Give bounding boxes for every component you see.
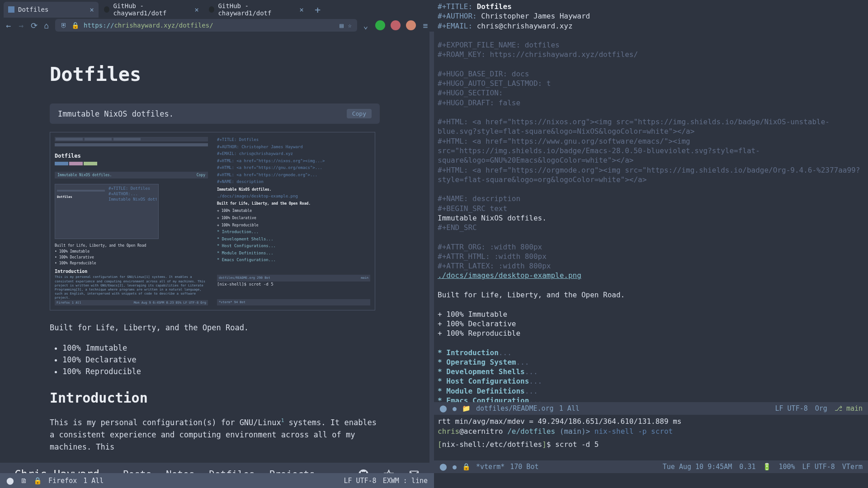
vterm-modeline: ⬤ ● 🔒 *vterm* 170 Bot Tue Aug 10 9:45AM … bbox=[434, 460, 868, 473]
tab-title: Dotfiles bbox=[18, 6, 48, 13]
browser-tab-1[interactable]: Dotfiles × bbox=[4, 2, 99, 18]
intro-paragraph: This is my personal configuration(s) for… bbox=[50, 417, 380, 454]
close-tab-icon[interactable]: × bbox=[299, 5, 304, 14]
feature-list: 100% Immutable 100% Declarative 100% Rep… bbox=[62, 342, 380, 377]
load-average: 0.31 bbox=[739, 463, 755, 471]
scrollbar[interactable] bbox=[429, 32, 434, 463]
desktop-screenshot-image: Dotfiles Immutable NixOS dotfiles.Copy D… bbox=[50, 132, 375, 310]
buffer-name: dotfiles/README.org bbox=[476, 404, 554, 413]
ping-output: rtt min/avg/max/mdev = 49.294/186.651/36… bbox=[438, 417, 864, 427]
buffer-position: 1 All bbox=[83, 477, 104, 485]
page-h1: Dotfiles bbox=[50, 63, 380, 85]
buffer-name: *vterm* bbox=[476, 463, 505, 471]
datetime: Tue Aug 10 9:45AM bbox=[663, 463, 732, 471]
code-text: Immutable NixOS dotfiles. bbox=[58, 109, 174, 118]
copy-button[interactable]: Copy bbox=[347, 109, 372, 118]
code-block: Immutable NixOS dotfiles. Copy bbox=[50, 103, 380, 124]
browser-tab-bar: Dotfiles × GitHub - chayward1/dotf × Git… bbox=[0, 0, 434, 19]
favicon bbox=[8, 6, 14, 13]
reload-icon[interactable]: ⟳ bbox=[30, 21, 38, 29]
back-icon[interactable]: ← bbox=[5, 21, 13, 29]
url-path: dotfiles/ bbox=[179, 22, 213, 29]
modified-icon: ● bbox=[453, 463, 457, 471]
url-bar[interactable]: ⛨ 🔒 https://chrishayward.xyz/dotfiles/ ▤… bbox=[55, 19, 357, 32]
tagline: Built for Life, Liberty, and the Open Ro… bbox=[50, 323, 380, 332]
list-item: 100% Declarative bbox=[62, 354, 380, 366]
firefox-modeline: ⬤ 🗎 🔒 Firefox 1 All LF UTF-8 EXWM : line bbox=[0, 473, 434, 488]
modified-icon: ● bbox=[453, 404, 457, 413]
page-h2: Introduction bbox=[50, 390, 380, 406]
url-host: chrishayward.xyz/ bbox=[114, 22, 179, 29]
favicon bbox=[104, 6, 109, 13]
buffer-position: 170 Bot bbox=[510, 463, 538, 471]
extension-1-icon[interactable] bbox=[375, 20, 385, 30]
pocket-icon[interactable]: ⌄ bbox=[362, 21, 370, 29]
file-icon: 🗎 bbox=[20, 477, 27, 485]
encoding: LF UTF-8 bbox=[802, 463, 835, 471]
window-number-icon: ⬤ bbox=[6, 477, 14, 485]
web-page-content: Dotfiles Immutable NixOS dotfiles. Copy … bbox=[0, 32, 429, 463]
list-item: 100% Reproducible bbox=[62, 366, 380, 377]
battery-percent: 100% bbox=[778, 463, 795, 471]
forward-icon[interactable]: → bbox=[17, 21, 25, 29]
extension-2-icon[interactable] bbox=[391, 20, 401, 30]
major-mode: Org bbox=[815, 404, 827, 413]
shell-prompt-line: chris@acernitro /e/dotfiles (main)> nix-… bbox=[438, 427, 864, 436]
vterm-buffer[interactable]: rtt min/avg/max/mdev = 49.294/186.651/36… bbox=[434, 415, 868, 460]
lock-icon: 🔒 bbox=[462, 463, 471, 471]
window-number-icon: ⬤ bbox=[439, 463, 447, 471]
browser-tab-2[interactable]: GitHub - chayward1/dotf × bbox=[99, 0, 203, 20]
favicon bbox=[209, 6, 214, 13]
tab-title: GitHub - chayward1/dotf bbox=[113, 2, 191, 17]
lock-icon[interactable]: 🔒 bbox=[71, 22, 79, 29]
close-tab-icon[interactable]: × bbox=[90, 5, 94, 14]
lock-icon: 🔒 bbox=[33, 477, 42, 485]
home-icon[interactable]: ⌂ bbox=[42, 21, 51, 29]
global-modeline: ⬤ 🗎 🔒 Firefox 1 All LF UTF-8 EXWM : line bbox=[0, 473, 868, 488]
bookmark-star-icon[interactable]: ☆ bbox=[348, 22, 352, 29]
git-branch: ⎇ main bbox=[835, 404, 863, 413]
emacs-pane: #+TITLE: Dotfiles#+AUTHOR: Christopher J… bbox=[434, 0, 868, 473]
battery-icon: 🔋 bbox=[763, 463, 771, 471]
window-number-icon: ⬤ bbox=[439, 404, 447, 413]
new-tab-button[interactable]: + bbox=[309, 4, 326, 15]
tab-title: GitHub - chayward1/dotf bbox=[218, 2, 296, 17]
hamburger-menu-icon[interactable]: ≡ bbox=[421, 21, 429, 29]
encoding: LF UTF-8 bbox=[344, 477, 376, 485]
major-mode: VTerm bbox=[842, 463, 863, 471]
buffer-position: 1 All bbox=[559, 404, 580, 413]
reader-mode-icon[interactable]: ▤ bbox=[340, 22, 343, 29]
close-tab-icon[interactable]: × bbox=[194, 5, 199, 14]
extension-3-icon[interactable] bbox=[406, 20, 416, 30]
shield-icon[interactable]: ⛨ bbox=[61, 22, 67, 29]
browser-toolbar: ← → ⟳ ⌂ ⛨ 🔒 https://chrishayward.xyz/dot… bbox=[0, 19, 434, 32]
url-protocol: https:// bbox=[84, 22, 114, 29]
org-modeline: ⬤ ● 📁 dotfiles/README.org 1 All LF UTF-8… bbox=[434, 402, 868, 415]
major-mode: EXWM : line bbox=[383, 477, 428, 485]
browser-tab-3[interactable]: GitHub - chayward1/dotf × bbox=[204, 0, 308, 20]
nix-shell-prompt-line: [nix-shell:/etc/dotfiles]$ scrot -d 5 bbox=[438, 440, 864, 450]
firefox-pane: Dotfiles × GitHub - chayward1/dotf × Git… bbox=[0, 0, 434, 473]
cursor-line bbox=[438, 450, 864, 459]
encoding: LF UTF-8 bbox=[775, 404, 808, 413]
org-buffer[interactable]: #+TITLE: Dotfiles#+AUTHOR: Christopher J… bbox=[434, 0, 868, 402]
minibuffer-area[interactable] bbox=[434, 473, 868, 488]
buffer-name: Firefox bbox=[48, 477, 77, 485]
list-item: 100% Immutable bbox=[62, 342, 380, 354]
nested-h1: Dotfiles bbox=[55, 153, 208, 159]
folder-icon: 📁 bbox=[462, 404, 471, 413]
